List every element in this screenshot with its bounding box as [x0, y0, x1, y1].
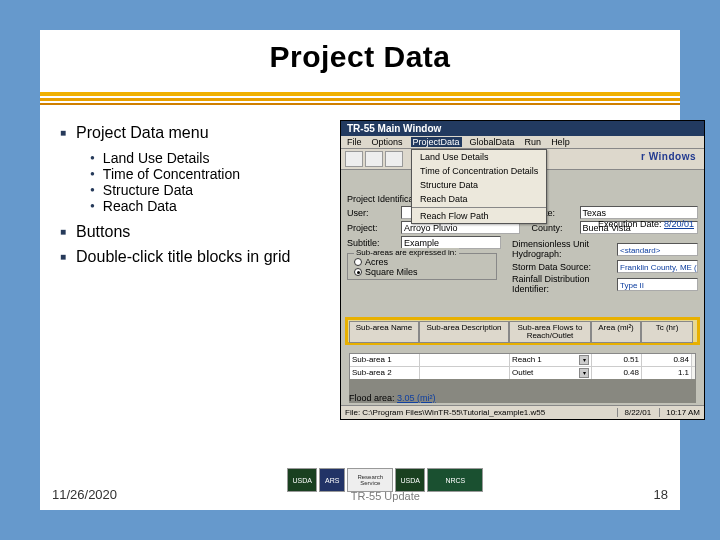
outline-item: Buttons: [76, 222, 130, 243]
label-county: County:: [532, 223, 576, 233]
research-service-logo: Research Service: [347, 468, 393, 492]
slide-footer: 11/26/2020 USDA ARS Research Service USD…: [52, 468, 668, 502]
outline-item: Double-click title blocks in grid: [76, 247, 290, 268]
toolbar-button[interactable]: [385, 151, 403, 167]
col-flows-to[interactable]: Sub-area Flows to Reach/Outlet: [509, 321, 591, 343]
status-time: 10:17 AM: [659, 408, 700, 417]
label-rainfall-dist: Rainfall Distribution Identifier:: [512, 274, 617, 294]
execution-date: Execution Date: 8/20/01: [598, 219, 694, 229]
menu-item-land-use[interactable]: Land Use Details: [412, 150, 546, 164]
tr55-main-window: TR-55 Main Window File Options ProjectDa…: [340, 120, 705, 420]
menu-item-reach[interactable]: Reach Data: [412, 192, 546, 206]
nrcs-logo: NRCS: [427, 468, 483, 492]
chevron-down-icon[interactable]: ▾: [579, 368, 589, 378]
chevron-down-icon[interactable]: ▾: [579, 355, 589, 365]
footer-center: USDA ARS Research Service USDA NRCS TR-5…: [287, 468, 483, 502]
input-state[interactable]: Texas: [580, 206, 699, 219]
status-date: 8/22/01: [617, 408, 651, 417]
col-subarea-name[interactable]: Sub-area Name: [349, 321, 419, 343]
usda-logo: USDA: [287, 468, 317, 492]
menu-item-structure[interactable]: Structure Data: [412, 178, 546, 192]
footer-page: 18: [654, 487, 668, 502]
toolbar-button[interactable]: [345, 151, 363, 167]
slide-title: Project Data: [40, 40, 680, 74]
menu-item-reach-flow-path[interactable]: Reach Flow Path: [412, 209, 546, 223]
toolbar-text: r Windows: [641, 151, 700, 167]
outline-subitem: Reach Data: [103, 198, 177, 214]
col-area[interactable]: Area (mi²): [591, 321, 641, 343]
value-duh[interactable]: <standard>: [617, 243, 698, 256]
menu-item-toc[interactable]: Time of Concentration Details: [412, 164, 546, 178]
menu-help[interactable]: Help: [549, 137, 572, 147]
label-subtitle: Subtitle:: [347, 238, 397, 248]
usda-logo-2: USDA: [395, 468, 425, 492]
radio-sqmiles[interactable]: Square Miles: [354, 267, 490, 277]
ars-logo: ARS: [319, 468, 345, 492]
menu-projectdata[interactable]: ProjectData: [411, 137, 462, 147]
label-storm-source: Storm Data Source:: [512, 262, 617, 272]
radio-acres[interactable]: Acres: [354, 257, 490, 267]
label-duh: Dimensionless Unit Hydrograph:: [512, 239, 617, 259]
footer-date: 11/26/2020: [52, 487, 117, 502]
outline-item: Project Data menu: [76, 123, 209, 144]
grid-header: Sub-area Name Sub-area Description Sub-a…: [349, 321, 696, 343]
value-storm-source[interactable]: Franklin County, ME (NRCS): [617, 260, 698, 273]
toolbar-button[interactable]: [365, 151, 383, 167]
table-row[interactable]: Sub-area 1 Reach 1▾ 0.51 0.84: [350, 354, 695, 367]
menu-globaldata[interactable]: GlobalData: [468, 137, 517, 147]
status-path: File: C:\Program Files\WinTR-55\Tutorial…: [345, 408, 609, 417]
units-legend: Sub-areas are expressed in:: [354, 248, 459, 257]
menu-run[interactable]: Run: [523, 137, 544, 147]
storm-settings: Dimensionless Unit Hydrograph:<standard>…: [512, 239, 698, 295]
label-user: User:: [347, 208, 397, 218]
units-radio-group: Sub-areas are expressed in: Acres Square…: [347, 253, 497, 280]
window-title-text: TR-55 Main Window: [347, 123, 441, 134]
projectdata-dropdown: Land Use Details Time of Concentration D…: [411, 149, 547, 224]
label-project: Project:: [347, 223, 397, 233]
outline-subitem: Land Use Details: [103, 150, 210, 166]
menu-options[interactable]: Options: [370, 137, 405, 147]
menubar: File Options ProjectData GlobalData Run …: [341, 136, 704, 149]
grid-body: Sub-area 1 Reach 1▾ 0.51 0.84 Sub-area 2…: [349, 353, 696, 381]
window-titlebar: TR-55 Main Window: [341, 121, 704, 136]
flood-area: Flood area: 3.05 (mi²): [349, 393, 436, 403]
divider-group: [40, 92, 680, 105]
outline-subitem: Time of Concentration: [103, 166, 240, 182]
outline-subitem: Structure Data: [103, 182, 193, 198]
col-subarea-desc[interactable]: Sub-area Description: [419, 321, 509, 343]
statusbar: File: C:\Program Files\WinTR-55\Tutorial…: [341, 405, 704, 419]
value-rainfall-dist[interactable]: Type II: [617, 278, 698, 291]
col-tc[interactable]: Tc (hr): [641, 321, 693, 343]
menu-file[interactable]: File: [345, 137, 364, 147]
